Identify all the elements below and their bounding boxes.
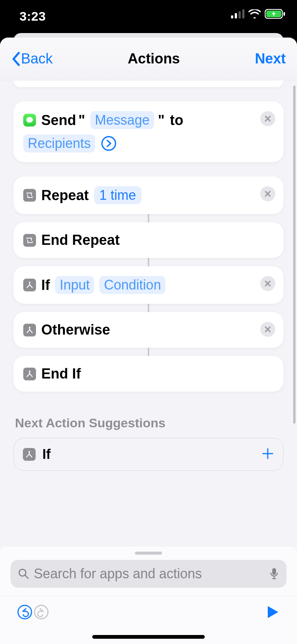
action-repeat[interactable]: Repeat 1 time: [14, 176, 284, 214]
add-suggestion-button[interactable]: [261, 445, 274, 464]
chevron-left-icon: [11, 51, 20, 66]
next-button[interactable]: Next: [255, 51, 286, 67]
delete-action-button[interactable]: [260, 186, 275, 201]
delete-action-button[interactable]: [260, 322, 275, 337]
branch-icon: [23, 368, 36, 380]
search-input[interactable]: Search for apps and actions: [10, 560, 286, 588]
to-label: to: [170, 112, 183, 128]
svg-line-14: [25, 575, 28, 578]
otherwise-label: Otherwise: [41, 322, 110, 338]
drag-handle[interactable]: [135, 552, 162, 555]
action-send-message[interactable]: Send " Message " to Recipients: [14, 101, 284, 162]
action-end-repeat[interactable]: End Repeat: [14, 222, 284, 258]
quote-close: ": [158, 112, 165, 128]
svg-point-7: [26, 117, 33, 123]
svg-rect-15: [272, 568, 276, 575]
end-if-label: End If: [41, 366, 81, 382]
plus-icon: [261, 447, 274, 460]
connector-line: [148, 258, 149, 266]
suggestions-header: Next Action Suggestions: [14, 392, 284, 438]
home-indicator[interactable]: [92, 635, 205, 639]
branch-icon: [23, 324, 36, 336]
back-label: Back: [21, 51, 52, 67]
page-title: Actions: [128, 51, 180, 67]
messages-app-icon: [23, 114, 36, 127]
previous-card-peek: [14, 80, 284, 87]
status-icons: [231, 9, 286, 19]
svg-rect-2: [238, 11, 241, 18]
svg-point-8: [102, 137, 116, 150]
action-if[interactable]: If Input Condition: [14, 266, 284, 304]
connector-line: [148, 214, 149, 222]
svg-point-10: [29, 327, 30, 328]
status-bar: 3:23: [0, 0, 297, 34]
expand-button[interactable]: [100, 135, 117, 152]
delete-action-button[interactable]: [260, 276, 275, 291]
close-icon: [264, 190, 271, 197]
recipients-token[interactable]: Recipients: [23, 134, 95, 152]
connector-line: [148, 348, 149, 356]
action-end-if[interactable]: End If: [14, 356, 284, 392]
branch-icon: [23, 448, 36, 461]
redo-button[interactable]: [33, 604, 50, 620]
close-icon: [264, 280, 271, 287]
if-condition-token[interactable]: Condition: [99, 276, 165, 294]
scrollbar[interactable]: [293, 86, 296, 424]
play-icon: [265, 605, 280, 620]
battery-charging-icon: [265, 9, 286, 19]
nav-bar: Back Actions Next: [0, 38, 297, 80]
status-time: 3:23: [20, 9, 46, 24]
back-button[interactable]: Back: [11, 51, 52, 67]
svg-rect-1: [235, 13, 237, 18]
undo-button[interactable]: [16, 604, 33, 620]
repeat-count-token[interactable]: 1 time: [94, 186, 141, 204]
branch-icon: [23, 279, 36, 291]
close-icon: [264, 326, 271, 333]
if-label: If: [41, 277, 50, 293]
wifi-icon: [248, 9, 261, 18]
connector-line: [148, 304, 149, 312]
redo-icon: [33, 604, 49, 620]
cellular-icon: [231, 9, 244, 18]
delete-action-button[interactable]: [260, 111, 275, 126]
svg-rect-0: [231, 15, 233, 18]
search-panel: Search for apps and actions: [0, 546, 297, 596]
send-label: Send: [41, 112, 76, 128]
quote-open: ": [78, 112, 85, 128]
end-repeat-label: End Repeat: [41, 232, 120, 248]
svg-rect-3: [242, 9, 244, 18]
modal-sheet: Back Actions Next Send " Message ": [0, 38, 297, 644]
repeat-icon: [23, 189, 36, 202]
microphone-icon[interactable]: [269, 567, 279, 580]
close-icon: [264, 115, 271, 122]
search-icon: [18, 568, 29, 579]
svg-point-11: [29, 371, 30, 372]
svg-point-9: [29, 282, 30, 283]
action-otherwise[interactable]: Otherwise: [14, 312, 284, 348]
run-button[interactable]: [264, 604, 280, 620]
repeat-icon: [23, 234, 36, 247]
undo-icon: [17, 604, 33, 620]
svg-point-12: [28, 451, 30, 452]
chevron-right-circle-icon: [101, 136, 117, 151]
search-placeholder: Search for apps and actions: [34, 566, 265, 582]
svg-rect-6: [284, 12, 285, 16]
suggestion-item[interactable]: If: [14, 438, 284, 471]
repeat-label: Repeat: [41, 187, 89, 204]
suggestion-label: If: [42, 446, 51, 462]
if-input-token[interactable]: Input: [55, 276, 94, 294]
message-token[interactable]: Message: [90, 111, 154, 129]
